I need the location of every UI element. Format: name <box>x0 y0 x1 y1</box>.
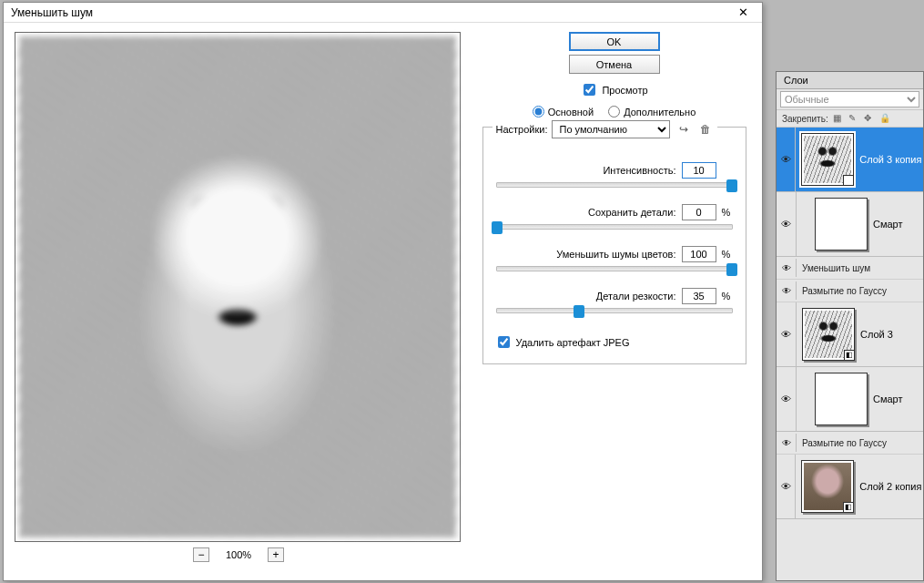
mode-advanced-option[interactable]: Дополнительно <box>608 106 696 118</box>
layer-thumbnail[interactable]: ◧ <box>802 308 855 361</box>
eye-icon[interactable]: 👁 <box>781 481 791 492</box>
preview-checkbox[interactable] <box>584 84 595 96</box>
zoom-in-button[interactable]: + <box>268 547 284 562</box>
sharpen-label: Детали резкости: <box>596 291 676 302</box>
eye-icon[interactable]: 👁 <box>782 286 791 296</box>
filter-name[interactable]: Уменьшить шум <box>802 263 870 273</box>
close-icon: ✕ <box>738 5 748 19</box>
lock-pixels-icon[interactable]: ✎ <box>848 113 859 124</box>
color-noise-param: Уменьшить шумы цветов: % <box>494 246 735 271</box>
sharpen-thumb[interactable] <box>574 305 584 318</box>
strength-label: Интенсивность: <box>603 165 675 176</box>
preserve-param: Сохранить детали: % <box>494 204 735 230</box>
preview-label: Просмотр <box>602 85 647 96</box>
minus-icon: − <box>198 549 204 560</box>
preserve-thumb[interactable] <box>492 221 503 234</box>
layer-name[interactable]: Слой 3 <box>860 329 897 340</box>
remove-jpeg-label: Удалить артефакт JPEG <box>516 337 630 348</box>
color-slider[interactable] <box>496 266 733 271</box>
zoom-controls: − 100% + <box>15 547 462 562</box>
strength-thumb[interactable] <box>726 179 737 192</box>
settings-label: Настройки: <box>496 124 548 135</box>
color-input[interactable] <box>682 246 716 262</box>
layer-name[interactable]: Слой 3 копия <box>859 154 923 165</box>
strength-slider[interactable] <box>496 182 733 188</box>
sharpen-slider[interactable] <box>496 308 733 313</box>
smart-object-icon: ◧ <box>844 350 855 361</box>
layer-name[interactable]: Смарт <box>873 394 907 404</box>
smart-object-icon: ◧ <box>843 502 854 513</box>
layer-row[interactable]: 👁 ◧ Слой 3 копия <box>777 128 923 192</box>
layers-list: 👁 ◧ Слой 3 копия 👁 Смарт 👁 Уменьшить шум… <box>777 128 923 580</box>
filter-name[interactable]: Размытие по Гауссу <box>802 286 887 296</box>
color-thumb[interactable] <box>726 263 737 276</box>
smart-filter-row[interactable]: 👁 Размытие по Гауссу <box>777 432 923 455</box>
mode-advanced-radio[interactable] <box>608 106 620 118</box>
lock-row: Закрепить: ▦ ✎ ✥ 🔒 <box>777 110 923 128</box>
cancel-button[interactable]: Отмена <box>569 55 660 74</box>
settings-legend: Настройки: По умолчанию ↪ 🗑 <box>492 120 717 138</box>
dialog-title: Уменьшить шум <box>11 6 93 19</box>
delete-preset-button[interactable]: 🗑 <box>697 121 714 138</box>
trash-icon: 🗑 <box>700 123 711 136</box>
layers-panel: Слои Обычные Закрепить: ▦ ✎ ✥ 🔒 👁 ◧ Слой… <box>776 71 924 581</box>
filter-name[interactable]: Размытие по Гауссу <box>802 438 887 448</box>
blend-mode-row: Обычные <box>777 89 923 110</box>
mode-advanced-label: Дополнительно <box>624 107 696 118</box>
layer-name[interactable]: Слой 2 копия <box>859 481 923 492</box>
zoom-level: 100% <box>226 549 251 560</box>
zoom-out-button[interactable]: − <box>193 547 209 562</box>
blend-mode-select[interactable]: Обычные <box>780 91 919 107</box>
titlebar[interactable]: Уменьшить шум ✕ <box>4 3 762 23</box>
layers-tab[interactable]: Слои <box>777 72 923 89</box>
eye-icon[interactable]: 👁 <box>782 438 791 448</box>
color-label: Уменьшить шумы цветов: <box>556 249 675 260</box>
smart-object-icon: ◧ <box>843 175 854 186</box>
mode-basic-option[interactable]: Основной <box>533 106 594 118</box>
smart-filter-row[interactable]: 👁 Уменьшить шум <box>777 257 923 280</box>
plus-icon: + <box>273 549 279 560</box>
eye-icon[interactable]: 👁 <box>781 394 791 404</box>
eye-icon[interactable]: 👁 <box>782 263 791 273</box>
mode-basic-radio[interactable] <box>533 106 544 118</box>
lock-label: Закрепить: <box>782 114 828 124</box>
eye-icon[interactable]: 👁 <box>781 219 791 230</box>
lock-all-icon[interactable]: 🔒 <box>879 113 890 124</box>
layer-row[interactable]: 👁 Смарт <box>777 192 923 257</box>
sharpen-input[interactable] <box>682 288 716 304</box>
strength-param: Интенсивность: <box>494 162 735 188</box>
remove-jpeg-row[interactable]: Удалить артефакт JPEG <box>494 333 735 351</box>
preserve-slider[interactable] <box>496 224 733 230</box>
layer-row[interactable]: 👁 ◧ Слой 3 <box>777 302 923 367</box>
color-unit: % <box>722 249 735 260</box>
smart-filter-row[interactable]: 👁 Размытие по Гауссу <box>777 280 923 302</box>
mode-radio-group: Основной Дополнительно <box>533 106 696 118</box>
filter-mask-thumbnail[interactable] <box>815 373 868 425</box>
preview-frame[interactable] <box>15 32 461 542</box>
close-button[interactable]: ✕ <box>727 4 758 22</box>
sharpen-param: Детали резкости: % <box>494 288 735 313</box>
layer-thumbnail[interactable]: ◧ <box>801 133 854 186</box>
layer-row[interactable]: 👁 ◧ Слой 2 копия <box>777 455 923 519</box>
layer-thumbnail[interactable]: ◧ <box>801 460 854 513</box>
preserve-input[interactable] <box>682 204 716 220</box>
ok-button[interactable]: OK <box>569 32 660 51</box>
controls-column: OK Отмена Просмотр Основной Дополнительн… <box>477 32 751 571</box>
strength-input[interactable] <box>682 162 716 179</box>
filter-mask-thumbnail[interactable] <box>815 198 868 251</box>
mode-basic-label: Основной <box>548 107 594 118</box>
sharpen-unit: % <box>722 291 735 302</box>
settings-select[interactable]: По умолчанию <box>552 120 670 138</box>
remove-jpeg-checkbox[interactable] <box>498 336 510 348</box>
lock-transparency-icon[interactable]: ▦ <box>833 113 844 124</box>
save-preset-icon: ↪ <box>679 123 688 136</box>
layer-name[interactable]: Смарт <box>873 219 907 230</box>
preview-image <box>19 36 456 537</box>
reduce-noise-dialog: Уменьшить шум ✕ − 100% + OK Отмена <box>3 2 763 581</box>
save-preset-button[interactable]: ↪ <box>675 121 692 138</box>
eye-icon[interactable]: 👁 <box>781 154 791 165</box>
preview-checkbox-row[interactable]: Просмотр <box>580 81 647 98</box>
lock-position-icon[interactable]: ✥ <box>864 113 875 124</box>
eye-icon[interactable]: 👁 <box>781 329 791 340</box>
layer-row[interactable]: 👁 Смарт <box>777 367 923 432</box>
